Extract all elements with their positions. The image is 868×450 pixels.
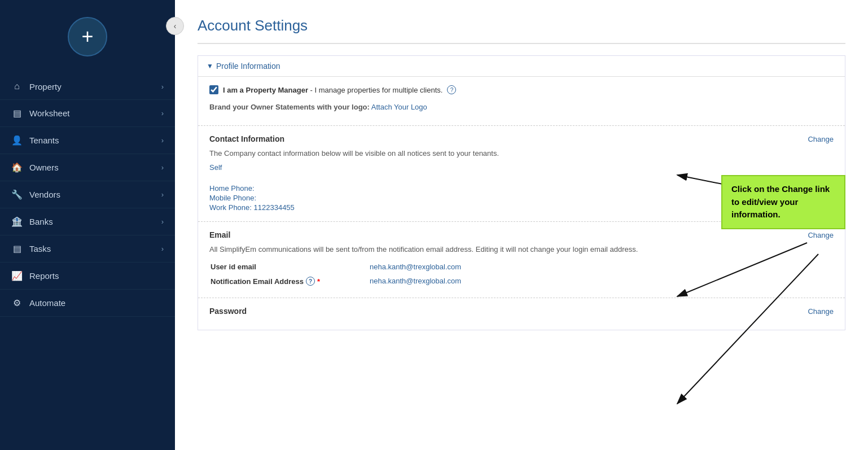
main-content: Account Settings ▼ Profile Information I… bbox=[175, 0, 868, 450]
pm-label-rest: - I manage properties for multiple clien… bbox=[308, 86, 442, 94]
sidebar-item-tenants[interactable]: 👤 Tenants › bbox=[0, 127, 175, 154]
sidebar-item-vendors[interactable]: 🔧 Vendors › bbox=[0, 181, 175, 208]
email-subsection: Email Change All SimplifyEm communicatio… bbox=[198, 221, 845, 298]
add-button[interactable]: + bbox=[68, 17, 107, 56]
sidebar-item-label: Vendors bbox=[29, 190, 60, 199]
user-id-row: User id email neha.kanth@trexglobal.com bbox=[211, 260, 832, 273]
notification-label-text: Notification Email Address bbox=[211, 277, 304, 286]
contact-info-title: Contact Information bbox=[209, 134, 284, 143]
property-manager-label: I am a Property Manager - I manage prope… bbox=[223, 86, 442, 94]
sidebar-item-label: Banks bbox=[29, 217, 53, 226]
home-icon: ⌂ bbox=[11, 81, 23, 91]
brand-row: Brand your Owner Statements with your lo… bbox=[209, 103, 834, 111]
sidebar-item-tasks[interactable]: ▤ Tasks › bbox=[0, 235, 175, 263]
chevron-right-icon: › bbox=[161, 217, 164, 226]
worksheet-icon: ▤ bbox=[11, 108, 23, 119]
logo-area: + bbox=[0, 0, 175, 68]
password-subsection: Password Change bbox=[198, 298, 845, 330]
property-manager-row: I am a Property Manager - I manage prope… bbox=[209, 85, 834, 94]
sidebar-item-label: Reports bbox=[29, 271, 59, 281]
chevron-right-icon: › bbox=[161, 244, 164, 253]
section-body: I am a Property Manager - I manage prope… bbox=[198, 77, 845, 125]
owners-icon: 🏠 bbox=[11, 162, 23, 173]
required-star: * bbox=[317, 277, 320, 286]
notification-email-value: neha.kanth@trexglobal.com bbox=[370, 274, 832, 288]
password-title: Password bbox=[209, 307, 247, 316]
sidebar-item-automate[interactable]: ⚙ Automate bbox=[0, 290, 175, 317]
user-id-value: neha.kanth@trexglobal.com bbox=[370, 260, 832, 273]
notification-email-label: Notification Email Address ? * bbox=[211, 277, 369, 286]
automate-icon: ⚙ bbox=[11, 298, 23, 308]
contact-info-header: Contact Information Change bbox=[209, 134, 834, 143]
sidebar: + ‹ ⌂ Property › ▤ Worksheet › 👤 Tenants… bbox=[0, 0, 175, 450]
property-manager-checkbox[interactable] bbox=[209, 85, 218, 94]
email-header: Email Change bbox=[209, 230, 834, 239]
sidebar-item-banks[interactable]: 🏦 Banks › bbox=[0, 208, 175, 235]
vendors-icon: 🔧 bbox=[11, 189, 23, 200]
email-change-link[interactable]: Change bbox=[808, 231, 834, 239]
password-header: Password Change bbox=[209, 307, 834, 316]
pm-label-bold: I am a Property Manager bbox=[223, 86, 308, 94]
pm-help-icon[interactable]: ? bbox=[447, 85, 456, 94]
sidebar-item-label: Worksheet bbox=[29, 108, 69, 118]
chevron-right-icon: › bbox=[161, 190, 164, 199]
collapse-button[interactable]: ‹ bbox=[166, 17, 184, 35]
page-title: Account Settings bbox=[198, 17, 845, 44]
contact-name: Self bbox=[209, 163, 834, 172]
contact-change-link[interactable]: Change bbox=[808, 135, 834, 143]
tenants-icon: 👤 bbox=[11, 135, 23, 146]
sidebar-item-label: Automate bbox=[29, 298, 65, 308]
sidebar-item-label: Tenants bbox=[29, 136, 59, 145]
notification-email-row: Notification Email Address ? * neha.kant… bbox=[211, 274, 832, 288]
profile-info-link[interactable]: Profile Information bbox=[216, 62, 280, 71]
email-table: User id email neha.kanth@trexglobal.com … bbox=[209, 259, 834, 289]
sidebar-nav: ⌂ Property › ▤ Worksheet › 👤 Tenants › 🏠… bbox=[0, 68, 175, 450]
chevron-right-icon: › bbox=[161, 163, 164, 172]
chevron-right-icon: › bbox=[161, 136, 164, 145]
sidebar-item-owners[interactable]: 🏠 Owners › bbox=[0, 154, 175, 181]
reports-icon: 📈 bbox=[11, 270, 23, 281]
password-change-link[interactable]: Change bbox=[808, 307, 834, 316]
sidebar-item-label: Property bbox=[29, 82, 62, 91]
user-id-label: User id email bbox=[211, 260, 369, 273]
brand-label: Brand your Owner Statements with your lo… bbox=[209, 103, 370, 111]
sidebar-item-reports[interactable]: 📈 Reports bbox=[0, 263, 175, 290]
sidebar-item-worksheet[interactable]: ▤ Worksheet › bbox=[0, 100, 175, 127]
annotation-text: Click on the Change link to edit/view yo… bbox=[731, 184, 830, 219]
contact-description: The Company contact information below wi… bbox=[209, 149, 834, 158]
chevron-right-icon: › bbox=[161, 82, 164, 91]
email-description: All SimplifyEm communications will be se… bbox=[209, 245, 834, 254]
chevron-right-icon: › bbox=[161, 109, 164, 117]
section-collapse-arrow: ▼ bbox=[207, 62, 213, 70]
section-header: ▼ Profile Information bbox=[198, 56, 845, 77]
sidebar-item-property[interactable]: ⌂ Property › bbox=[0, 73, 175, 100]
tasks-icon: ▤ bbox=[11, 243, 23, 254]
banks-icon: 🏦 bbox=[11, 216, 23, 227]
sidebar-item-label: Tasks bbox=[29, 244, 51, 254]
attach-logo-link[interactable]: Attach Your Logo bbox=[371, 103, 427, 111]
email-title: Email bbox=[209, 230, 230, 239]
notification-help-icon[interactable]: ? bbox=[306, 277, 315, 286]
sidebar-item-label: Owners bbox=[29, 163, 59, 172]
annotation-box: Click on the Change link to edit/view yo… bbox=[721, 175, 845, 229]
